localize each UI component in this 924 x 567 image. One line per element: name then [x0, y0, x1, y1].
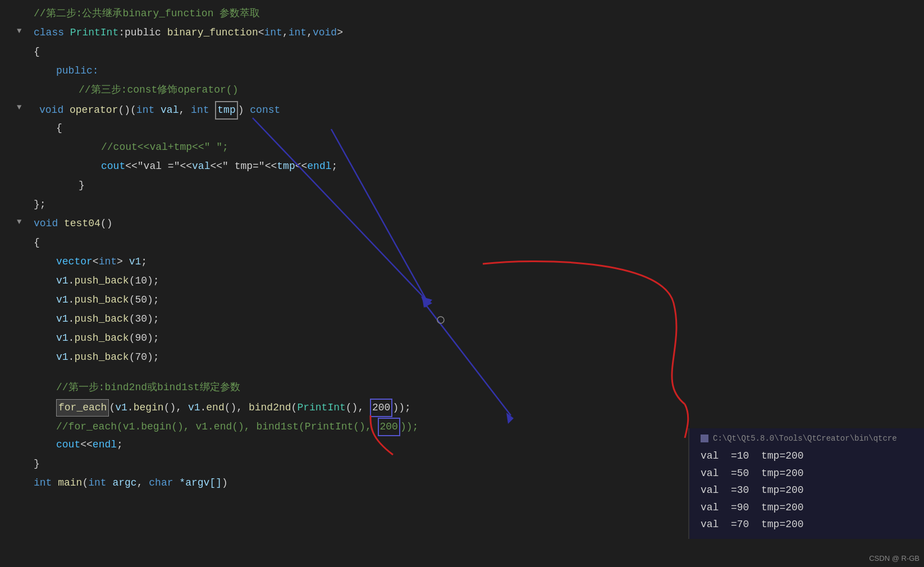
output-line-1: val =10 tmp=200 — [701, 447, 913, 465]
code-line-12: ▼ void test04() — [11, 216, 924, 235]
code-line-7: { — [11, 120, 924, 139]
for-each-call: for_each — [56, 399, 109, 417]
code-line-22: for_each(v1.begin(), v1.end(), bind2nd(P… — [11, 399, 924, 418]
comment-1: //第二步:公共继承binary_function 参数萃取 — [34, 6, 260, 22]
code-line-5: //第三步:const修饰operator() — [11, 82, 924, 101]
code-line-16: v1.push_back(50); — [11, 292, 924, 311]
code-line-21: //第一步:bind2nd或bind1st绑定参数 — [11, 379, 924, 399]
code-line-11: }; — [11, 196, 924, 216]
output-line-2: val =50 tmp=200 — [701, 465, 913, 482]
watermark: CSDN @ R-GB — [869, 554, 920, 563]
kw-public: public: — [56, 63, 99, 79]
output-line-5: val =70 tmp=200 — [701, 516, 913, 533]
code-line-18: v1.push_back(90); — [11, 330, 924, 349]
output-panel: C:\Qt\Qt5.8.0\Tools\QtCreator\bin\qtcre … — [688, 428, 924, 539]
code-line-1: //第二步:公共继承binary_function 参数萃取 — [11, 6, 924, 25]
comment-2: //第三步:const修饰operator() — [79, 82, 238, 98]
code-line-13: { — [11, 235, 924, 254]
code-line-17: v1.push_back(30); — [11, 311, 924, 330]
base-class: binary_function — [167, 25, 258, 41]
bind2nd-200: 200 — [370, 399, 392, 417]
collapse-triangle-2[interactable]: ▼ — [17, 101, 21, 113]
output-path: C:\Qt\Qt5.8.0\Tools\QtCreator\bin\qtcre — [713, 434, 897, 443]
code-line-14: vector<int> v1; — [11, 254, 924, 273]
param-tmp: tmp — [215, 101, 237, 120]
output-line-4: val =90 tmp=200 — [701, 499, 913, 516]
code-line-15: v1.push_back(10); — [11, 273, 924, 292]
output-icon — [701, 435, 708, 442]
comment-bind: //第一步:bind2nd或bind1st绑定参数 — [56, 379, 240, 396]
output-line-3: val =30 tmp=200 — [701, 482, 913, 499]
comment-cout: //cout<<val+tmp<<" "; — [101, 139, 228, 156]
func-test04: test04 — [64, 216, 100, 232]
code-line-9: cout<<"val ="<<val<<" tmp="<<tmp<<endl; — [11, 158, 924, 177]
class-name: PrintInt — [70, 25, 118, 41]
code-line-4: public: — [11, 63, 924, 82]
output-header: C:\Qt\Qt5.8.0\Tools\QtCreator\bin\qtcre — [701, 434, 913, 443]
code-line-3: { — [11, 44, 924, 63]
code-line-19: v1.push_back(70); — [11, 349, 924, 368]
collapse-triangle-3[interactable]: ▼ — [17, 216, 21, 228]
code-line-6: ▼ void operator()(int val, int tmp) cons… — [11, 101, 924, 120]
code-line-10: } — [11, 177, 924, 196]
kw-class: class — [34, 25, 70, 41]
collapse-triangle-1[interactable]: ▼ — [17, 25, 21, 37]
func-operator: operator — [70, 102, 118, 118]
code-line-2: ▼ class PrintInt:public binary_function<… — [11, 25, 924, 44]
code-line-8: //cout<<val+tmp<<" "; — [11, 139, 924, 158]
code-line-20 — [11, 368, 924, 379]
